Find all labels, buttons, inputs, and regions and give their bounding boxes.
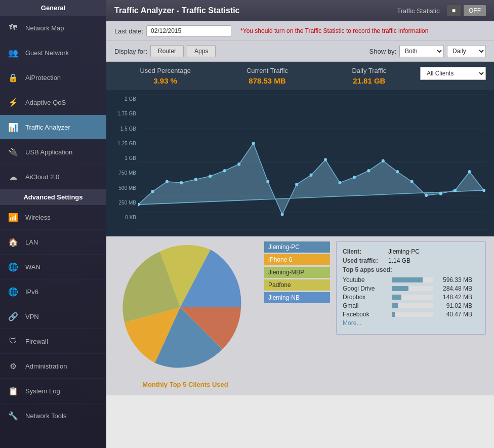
firewall-icon: 🛡 <box>6 334 20 348</box>
chart-wrapper: 2 GB 1.75 GB 1.5 GB 1.25 GB 1 GB 750 MB … <box>110 94 486 232</box>
chart-point <box>454 189 457 192</box>
daily-traffic-value: 21.81 GB <box>318 76 420 85</box>
show-by-label: Show by: <box>369 48 396 55</box>
sidebar-general-header: General <box>0 0 106 16</box>
toggle-off-label[interactable]: OFF <box>464 5 486 16</box>
app-row-google-drive: Googl Drive 284.48 MB <box>343 285 479 292</box>
aiprotection-icon: 🔒 <box>6 70 20 85</box>
vpn-icon: 🔗 <box>6 309 20 323</box>
app-bar-container-dropbox <box>392 295 433 300</box>
sidebar-item-vpn[interactable]: 🔗 VPN <box>0 304 106 329</box>
sidebar-label-guest-network: Guest Network <box>25 49 69 57</box>
sidebar-item-traffic-analyzer[interactable]: 📊 Traffic Analyzer <box>0 115 106 140</box>
chart-point <box>237 162 240 166</box>
sidebar-label-aicloud: AiCloud 2.0 <box>25 173 59 181</box>
client-value: Jieming-PC <box>388 248 420 255</box>
toggle-container: Traffic Statistic ■ OFF <box>397 5 486 16</box>
sidebar-item-ipv6[interactable]: 🌐 IPv6 <box>0 279 106 304</box>
app-size-youtube: 596.33 MB <box>437 276 472 283</box>
y-label-125gb: 1.25 GB <box>110 141 138 146</box>
sidebar-item-wan[interactable]: 🌐 WAN <box>0 255 106 279</box>
chart-point <box>223 169 226 172</box>
chart-inner: 14h 15h 16h 17h 18h 19h 20h 21h 22h 23h … <box>138 94 486 232</box>
traffic-analyzer-icon: 📊 <box>6 120 20 134</box>
app-bar-container-gmail <box>392 303 433 308</box>
chart-point <box>425 194 428 197</box>
client-detail-panel: Client: Jieming-PC Used traffic: 1.14 GB… <box>336 241 486 335</box>
sidebar-advanced-header: Advanced Settings <box>0 189 106 205</box>
app-name-dropbox: Dropbox <box>343 294 388 301</box>
wireless-icon: 📶 <box>6 210 20 224</box>
sidebar-label-administration: Administration <box>25 362 67 370</box>
stats-section: Used Percentage 3.93 % Current Traffic 8… <box>106 62 494 90</box>
ipv6-icon: 🌐 <box>6 284 20 299</box>
apps-list: Youtube 596.33 MB Googl Drive <box>343 276 479 327</box>
client-list-item-jieming-pc[interactable]: Jieming-PC <box>264 241 330 253</box>
sidebar-item-lan[interactable]: 🏠 LAN <box>0 230 106 255</box>
app-size-gmail: 91.02 MB <box>437 302 472 309</box>
app-row-facebook: Facebook 40.47 MB <box>343 311 479 318</box>
chart-point <box>439 192 442 195</box>
sidebar-item-aiprotection[interactable]: 🔒 AiProtection <box>0 65 106 90</box>
client-list-item-iphone6[interactable]: iPhone 6 <box>264 254 330 265</box>
client-list-item-jieming-nb[interactable]: Jieming-NB <box>264 292 330 303</box>
more-label[interactable]: More... <box>343 319 388 327</box>
sidebar-item-guest-network[interactable]: 👥 Guest Network <box>0 40 106 65</box>
app-name-facebook: Facebook <box>343 311 388 318</box>
app-row-dropbox: Dropbox 148.42 MB <box>343 294 479 301</box>
app-size-dropbox: 148.42 MB <box>437 294 472 301</box>
adaptive-qos-icon: ⚡ <box>6 95 20 109</box>
sidebar-label-firewall: Firewall <box>25 338 48 345</box>
display-for-group: Display for: Router Apps <box>114 45 216 57</box>
client-list: Jieming-PC iPhone 6 Jieming-MBP Padfone … <box>264 241 330 329</box>
app-name-youtube: Youtube <box>343 276 388 283</box>
chart-point <box>194 178 197 181</box>
y-label-1gb: 1 GB <box>110 155 138 161</box>
chart-point <box>209 175 212 178</box>
app-bar-container-facebook <box>392 312 433 317</box>
sidebar-item-aicloud[interactable]: ☁ AiCloud 2.0 <box>0 165 106 189</box>
page-title: Traffic Analyzer - Traffic Statistic <box>114 6 239 15</box>
chart-point <box>151 190 154 193</box>
top5-label: Top 5 apps used: <box>343 266 392 273</box>
client-list-item-jieming-mbp[interactable]: Jieming-MBP <box>264 267 330 278</box>
chart-point <box>367 169 370 172</box>
daily-traffic-title: Daily Traffic <box>318 67 420 74</box>
network-tools-icon: 🔧 <box>6 409 20 423</box>
sidebar-item-usb-application[interactable]: 🔌 USB Application <box>0 140 106 165</box>
date-input[interactable] <box>146 25 231 36</box>
monthly-label: Monthly Top 5 Clients Used <box>114 379 256 390</box>
app-bar-youtube <box>392 277 423 282</box>
y-label-750mb: 750 MB <box>110 170 138 176</box>
sidebar-item-system-log[interactable]: 📋 System Log <box>0 379 106 403</box>
current-traffic-stat: Current Traffic 878.53 MB <box>216 67 318 85</box>
traffic-chart: 14h 15h 16h 17h 18h 19h 20h 21h 22h 23h … <box>138 94 486 231</box>
last-date-group: Last date: <box>114 25 231 36</box>
sidebar-item-wireless[interactable]: 📶 Wireless <box>0 205 106 230</box>
client-detail-section: Client: Jieming-PC Used traffic: 1.14 GB… <box>343 248 479 327</box>
sidebar-item-firewall[interactable]: 🛡 Firewall <box>0 329 106 354</box>
used-traffic-label: Used traffic: <box>343 257 388 264</box>
show-by-select[interactable]: Both Upload Download <box>399 45 444 57</box>
period-select[interactable]: Daily Weekly Monthly <box>447 45 486 57</box>
apps-button[interactable]: Apps <box>187 45 216 57</box>
y-label-250mb: 250 MB <box>110 200 138 206</box>
main-content: Traffic Analyzer - Traffic Statistic Tra… <box>106 0 494 448</box>
router-button[interactable]: Router <box>150 45 184 57</box>
administration-icon: ⚙ <box>6 359 20 373</box>
sidebar-label-wireless: Wireless <box>25 214 51 221</box>
app-bar-facebook <box>392 312 395 317</box>
sidebar-item-network-tools[interactable]: 🔧 Network Tools <box>0 403 106 428</box>
toolbar: Last date: *You should turn on the Traff… <box>106 21 494 41</box>
app-row-youtube: Youtube 596.33 MB <box>343 276 479 283</box>
sidebar-item-network-map[interactable]: 🗺 Network Map <box>0 16 106 40</box>
guest-network-icon: 👥 <box>6 46 20 60</box>
sidebar-item-adaptive-qos[interactable]: ⚡ Adaptive QoS <box>0 90 106 115</box>
sidebar-item-administration[interactable]: ⚙ Administration <box>0 354 106 379</box>
sidebar-label-network-map: Network Map <box>25 24 64 32</box>
toggle-button[interactable]: ■ <box>447 5 461 16</box>
system-log-icon: 📋 <box>6 384 20 398</box>
sidebar-label-ipv6: IPv6 <box>25 288 38 296</box>
client-select[interactable]: All Clients Jieming-PC iPhone 6 Jieming-… <box>420 67 486 80</box>
client-list-item-padfone[interactable]: Padfone <box>264 279 330 291</box>
